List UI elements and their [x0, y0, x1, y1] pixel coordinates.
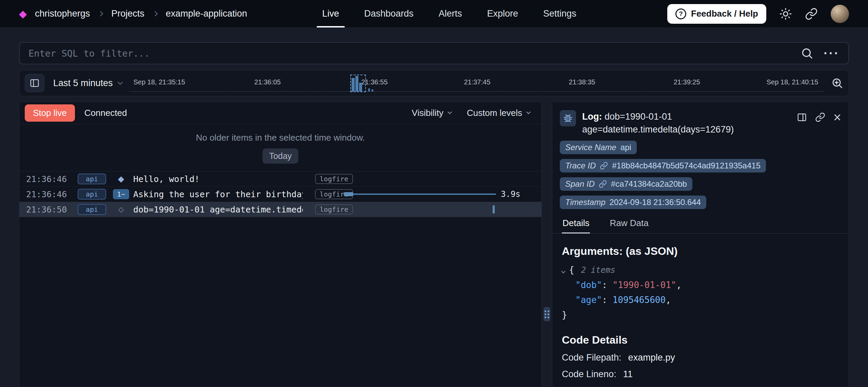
timeline-baseline: [130, 91, 824, 92]
service-name-value: api: [620, 143, 631, 152]
nav-right: ? Feedback / Help: [667, 4, 849, 24]
histogram-selection[interactable]: [350, 75, 366, 92]
breadcrumb-org[interactable]: christophergs: [35, 8, 90, 19]
trace-id-value: #18b84cb4847b5d574c4ad9121935a415: [612, 161, 761, 170]
row-icon-zone: ◇: [112, 205, 130, 213]
stop-live-button[interactable]: Stop live: [25, 104, 75, 122]
attribute-pills: Service Name api Trace ID #18b84cb4847b5…: [552, 138, 849, 209]
primary-nav: Live Dashboards Alerts Explore Settings: [322, 0, 576, 27]
code-details-heading: Code Details: [562, 334, 839, 346]
search-icon: [801, 47, 813, 60]
connection-status: Connected: [84, 108, 127, 118]
chevron-right-icon: [152, 11, 158, 17]
theme-toggle-button[interactable]: [779, 7, 792, 20]
diamond-outline-icon: ◇: [118, 205, 124, 213]
tab-settings[interactable]: Settings: [543, 0, 576, 27]
sql-filter-input[interactable]: [28, 48, 790, 59]
visibility-dropdown[interactable]: Visibility: [412, 108, 451, 118]
timeline-track[interactable]: Sep 18, 21:35:15 21:36:05 21:36:55 21:37…: [130, 70, 824, 96]
diamond-icon: ◆: [118, 174, 124, 184]
json-key: "dob": [575, 280, 602, 290]
user-avatar[interactable]: [831, 5, 849, 23]
tab-details[interactable]: Details: [562, 214, 590, 233]
json-key: "age": [575, 295, 602, 305]
logfire-tag[interactable]: logfire: [315, 204, 353, 215]
nav-left: ◆ christophergs Projects example-applica…: [19, 8, 247, 20]
span-collapse-toggle[interactable]: 1−: [113, 189, 129, 199]
logfire-tag[interactable]: logfire: [315, 174, 353, 184]
service-badge[interactable]: api: [78, 204, 106, 215]
today-button[interactable]: Today: [262, 148, 299, 164]
row-icon-zone: ◆: [112, 174, 130, 184]
log-row[interactable]: 21:36:46 api ◆ Hello, world! logfire: [19, 171, 541, 187]
log-row[interactable]: 21:36:46 api 1− Asking the user for thei…: [19, 187, 541, 202]
chevron-down-icon: [526, 110, 531, 114]
sun-icon: [779, 7, 792, 20]
json-collapse-chevron-icon[interactable]: [561, 269, 566, 273]
time-range-select[interactable]: Last 5 minutes: [53, 78, 122, 88]
log-message: dob=1990-01-01 age=datetime.timede: [133, 205, 303, 215]
span-duration-bar: [344, 192, 496, 196]
feedback-help-label: Feedback / Help: [691, 8, 758, 19]
trace-id-pill[interactable]: Trace ID #18b84cb4847b5d574c4ad9121935a4…: [560, 159, 766, 172]
timeline-tick-label: Sep 18, 21:40:15: [767, 78, 818, 86]
close-detail-button[interactable]: ×: [833, 112, 841, 122]
json-open-brace: {: [569, 265, 574, 275]
breadcrumb-projects[interactable]: Projects: [111, 8, 144, 19]
share-link-button[interactable]: [805, 7, 818, 20]
code-filepath-label: Code Filepath:: [562, 352, 622, 363]
service-badge[interactable]: api: [78, 174, 106, 184]
service-name-label: Service Name: [565, 143, 616, 152]
page-body: ··· Last 5 minutes Sep 18, 21:35:15 21:3…: [0, 42, 868, 387]
json-line-close: }: [562, 307, 839, 322]
detail-title-label: Log:: [582, 111, 602, 122]
link-icon: [600, 162, 608, 170]
timeline-tick-label: Sep 18, 21:35:15: [133, 78, 185, 86]
json-close-brace: }: [562, 310, 567, 320]
link-icon: [599, 180, 607, 188]
service-badge[interactable]: api: [78, 189, 106, 200]
custom-levels-label: Custom levels: [467, 108, 522, 118]
panel-right-icon: [797, 112, 807, 122]
chevron-down-icon: [448, 110, 452, 114]
tab-explore[interactable]: Explore: [487, 0, 518, 27]
zoom-in-button[interactable]: [831, 77, 843, 89]
copy-link-button[interactable]: [815, 112, 825, 122]
custom-levels-dropdown[interactable]: Custom levels: [467, 108, 530, 118]
sql-filter-bar: ···: [19, 42, 849, 64]
resize-handle[interactable]: [544, 307, 550, 321]
service-name-pill[interactable]: Service Name api: [560, 141, 637, 154]
log-row-selected[interactable]: 21:36:50 api ◇ dob=1990-01-01 age=dateti…: [19, 202, 541, 217]
breadcrumb-project[interactable]: example-application: [166, 8, 247, 19]
tab-live[interactable]: Live: [322, 0, 339, 27]
arguments-heading: Arguments: (as JSON): [562, 245, 839, 258]
json-line: "age": 1095465600,: [562, 292, 839, 307]
timeline-tick-label: 21:39:25: [674, 78, 700, 86]
timestamp-value: 2024-09-18 21:36:50.644: [609, 198, 701, 207]
search-button[interactable]: [801, 47, 813, 60]
breadcrumb: christophergs Projects example-applicati…: [35, 8, 247, 19]
json-string-value: "1990-01-01": [613, 280, 676, 290]
pin-panel-button[interactable]: [797, 112, 807, 122]
empty-window-notice: No older items in the selected time wind…: [19, 133, 541, 143]
chevron-down-icon: [117, 79, 123, 85]
detail-tabs: Details Raw Data: [552, 214, 849, 233]
timestamp-pill[interactable]: Timestamp 2024-09-18 21:36:50.644: [560, 196, 706, 209]
tab-dashboards[interactable]: Dashboards: [364, 0, 414, 27]
json-comma: ,: [666, 295, 671, 305]
more-options-button[interactable]: ···: [824, 50, 840, 57]
logfire-logo-icon[interactable]: ◆: [19, 8, 27, 20]
json-colon: :: [602, 295, 612, 305]
log-message: Asking the user for their birthday: [133, 189, 303, 199]
tab-alerts[interactable]: Alerts: [438, 0, 462, 27]
json-line-open: {2 items: [562, 262, 839, 278]
row-timestamp: 21:36:50: [26, 205, 64, 215]
timestamp-label: Timestamp: [565, 198, 605, 207]
sidebar-toggle-button[interactable]: [25, 74, 44, 92]
feedback-help-button[interactable]: ? Feedback / Help: [667, 4, 766, 24]
tab-raw-data[interactable]: Raw Data: [609, 214, 649, 233]
row-timestamp: 21:36:46: [26, 189, 64, 199]
span-id-label: Span ID: [565, 179, 595, 189]
span-id-pill[interactable]: Span ID #ca741384ca2a20bb: [560, 177, 692, 191]
code-filepath-value: example.py: [628, 352, 675, 363]
